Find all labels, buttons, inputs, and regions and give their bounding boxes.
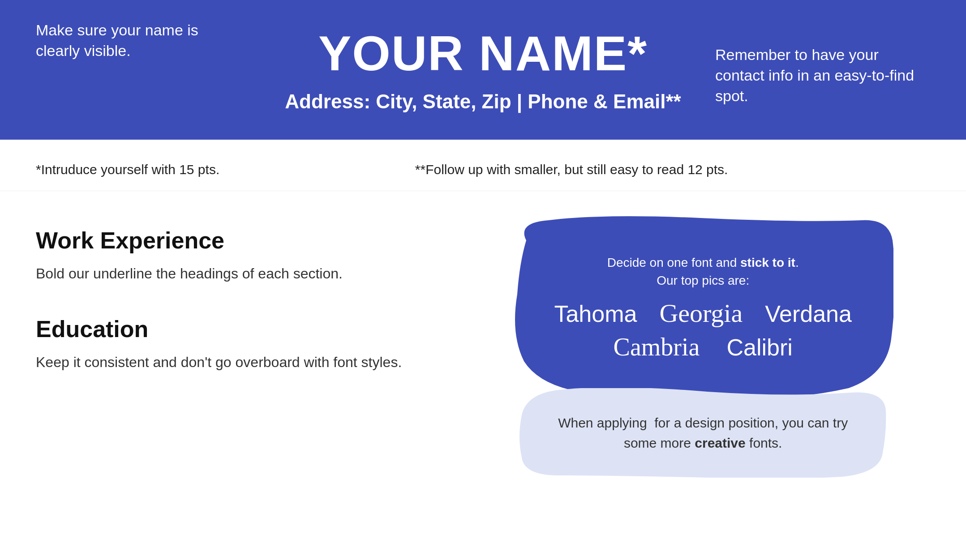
- left-column: Work Experience Bold our underline the h…: [36, 214, 449, 538]
- header-address: Address: City, State, Zip | Phone & Emai…: [285, 90, 681, 113]
- education-heading: Education: [36, 316, 449, 342]
- font-samples-row1: Tahoma Georgia Verdana: [554, 298, 852, 328]
- font-blob-container: Decide on one font and stick to it.Our t…: [513, 214, 893, 402]
- notes-section: *Intruduce yourself with 15 pts. **Follo…: [0, 140, 966, 191]
- header-tip-right: Remember to have your contact info in an…: [715, 45, 930, 107]
- work-experience-heading: Work Experience: [36, 227, 449, 254]
- creative-text: When applying for a design position, you…: [542, 413, 864, 453]
- font-tahoma: Tahoma: [554, 300, 637, 327]
- main-section: Work Experience Bold our underline the h…: [0, 191, 966, 560]
- font-cambria: Cambria: [614, 333, 700, 361]
- font-georgia: Georgia: [659, 298, 743, 328]
- header-tip-left: Make sure your name is clearly visible.: [36, 20, 215, 61]
- note-left: *Intruduce yourself with 15 pts.: [36, 162, 397, 177]
- creative-blob-content: When applying for a design position, you…: [519, 388, 887, 478]
- page-container: Make sure your name is clearly visible. …: [0, 0, 966, 560]
- font-calibri: Calibri: [726, 334, 792, 361]
- header-name: YOUR NAME*: [318, 25, 648, 81]
- right-column: Decide on one font and stick to it.Our t…: [476, 214, 930, 538]
- work-experience-body: Bold our underline the headings of each …: [36, 263, 449, 284]
- header-section: Make sure your name is clearly visible. …: [0, 0, 966, 140]
- font-blob-content: Decide on one font and stick to it.Our t…: [513, 214, 893, 402]
- note-right: **Follow up with smaller, but still easy…: [397, 162, 930, 177]
- font-verdana: Verdana: [765, 300, 852, 327]
- font-blob-tip: Decide on one font and stick to it.Our t…: [607, 254, 799, 289]
- creative-blob-container: When applying for a design position, you…: [519, 388, 887, 478]
- education-body: Keep it consistent and don't go overboar…: [36, 351, 449, 373]
- font-samples-row2: Cambria Calibri: [614, 333, 793, 361]
